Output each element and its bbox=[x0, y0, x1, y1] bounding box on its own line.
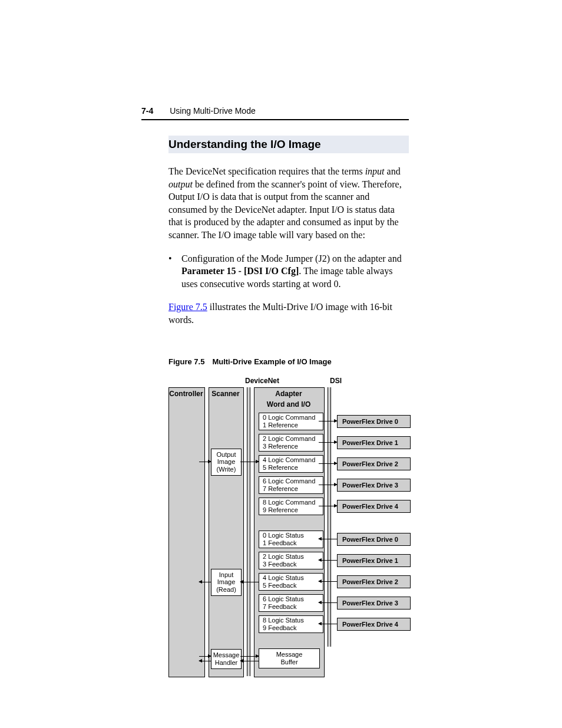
text: (Write) bbox=[217, 466, 236, 473]
arrow-in-ctrl bbox=[199, 582, 211, 582]
bullet-dot: • bbox=[168, 252, 181, 291]
drive-box: PowerFlex Drive 2 bbox=[337, 575, 411, 588]
arrow-to-drive bbox=[319, 506, 337, 506]
dsi-bus bbox=[328, 387, 331, 647]
adapter-out-row: 2 Logic Command 3 Reference bbox=[259, 434, 323, 452]
chapter-title: Using Multi-Drive Mode bbox=[170, 106, 255, 116]
output-image-box: Output Image (Write) bbox=[211, 449, 242, 476]
adapter-header: Adapter bbox=[254, 390, 323, 398]
paragraph-1: The DeviceNet specification requires tha… bbox=[168, 165, 409, 242]
text: 8 Logic Command bbox=[263, 499, 323, 506]
controller-column bbox=[168, 387, 205, 677]
text: Input bbox=[219, 571, 233, 579]
text: 5 Reference bbox=[263, 464, 323, 472]
text: 6 Logic Status bbox=[263, 595, 323, 603]
header-rule bbox=[141, 119, 409, 120]
text: Handler bbox=[215, 659, 238, 667]
text: Image bbox=[217, 578, 236, 586]
drive-box: PowerFlex Drive 4 bbox=[337, 618, 411, 631]
adapter-subheader: Word and I/O bbox=[254, 400, 323, 409]
label-dsi: DSI bbox=[330, 377, 342, 385]
input-image-box: Input Image (Read) bbox=[211, 569, 242, 596]
arrow-from-drive bbox=[319, 539, 337, 539]
drive-box: PowerFlex Drive 0 bbox=[337, 415, 411, 428]
term-input: input bbox=[365, 166, 385, 176]
running-header: 7-4 Using Multi-Drive Mode bbox=[141, 106, 409, 116]
arrow-msg-dnet-2 bbox=[240, 661, 259, 661]
message-handler-box: Message Handler bbox=[211, 649, 242, 669]
controller-header: Controller bbox=[168, 390, 204, 398]
arrow-from-drive bbox=[319, 581, 337, 582]
adapter-in-row: 8 Logic Status 9 Feedback bbox=[259, 615, 323, 633]
page-number: 7-4 bbox=[141, 106, 153, 116]
section-heading: Understanding the I/O Image bbox=[168, 136, 409, 153]
text: 0 Logic Command bbox=[263, 414, 323, 421]
arrow-from-drive bbox=[319, 560, 337, 561]
text: 7 Reference bbox=[263, 485, 323, 493]
arrow-to-drive bbox=[319, 485, 337, 485]
text: Message bbox=[276, 651, 303, 658]
arrow-msg-ctrl-1 bbox=[199, 656, 211, 657]
figure-link[interactable]: Figure 7.5 bbox=[168, 302, 207, 312]
text: 0 Logic Status bbox=[263, 532, 323, 539]
page: 7-4 Using Multi-Drive Mode Understanding… bbox=[0, 0, 562, 728]
message-buffer-box: Message Buffer bbox=[259, 648, 320, 668]
text: 8 Logic Status bbox=[263, 617, 323, 624]
text: 1 Feedback bbox=[263, 539, 323, 547]
text: Image bbox=[217, 458, 236, 466]
adapter-in-row: 2 Logic Status 3 Feedback bbox=[259, 552, 323, 569]
text: Configuration of the Mode Jumper (J2) on… bbox=[181, 253, 402, 263]
drive-box: PowerFlex Drive 0 bbox=[337, 533, 411, 546]
bullet-text: Configuration of the Mode Jumper (J2) on… bbox=[181, 252, 409, 291]
scanner-header: Scanner bbox=[209, 390, 243, 398]
text: Message bbox=[213, 651, 240, 659]
text: 3 Reference bbox=[263, 443, 323, 450]
text: and bbox=[385, 166, 401, 176]
text: 4 Logic Status bbox=[263, 574, 323, 582]
label-devicenet: DeviceNet bbox=[245, 377, 279, 385]
bullet-1: • Configuration of the Mode Jumper (J2) … bbox=[168, 252, 409, 291]
arrow-to-drive bbox=[319, 421, 337, 421]
text: (Read) bbox=[216, 586, 236, 594]
text: 3 Feedback bbox=[263, 561, 323, 568]
io-image-diagram: DeviceNet DSI Controller Scanner Adapter… bbox=[168, 377, 416, 678]
adapter-out-row: 8 Logic Command 9 Reference bbox=[259, 498, 323, 515]
text: 2 Logic Status bbox=[263, 553, 323, 561]
drive-box: PowerFlex Drive 2 bbox=[337, 457, 411, 470]
arrow-from-drive bbox=[319, 602, 337, 603]
arrow-from-drive bbox=[319, 624, 337, 624]
drive-box: PowerFlex Drive 3 bbox=[337, 479, 411, 492]
text: 2 Logic Command bbox=[263, 435, 323, 443]
scanner-column bbox=[209, 387, 244, 677]
text: 9 Feedback bbox=[263, 624, 323, 632]
content-area: Understanding the I/O Image The DeviceNe… bbox=[168, 136, 409, 678]
text: 6 Logic Command bbox=[263, 477, 323, 485]
adapter-in-row: 6 Logic Status 7 Feedback bbox=[259, 594, 323, 612]
text: be defined from the scanner's point of v… bbox=[168, 179, 402, 240]
text: Buffer bbox=[280, 658, 297, 666]
paragraph-2: Figure 7.5 illustrates the Multi-Drive I… bbox=[168, 301, 409, 326]
adapter-in-row: 4 Logic Status 5 Feedback bbox=[259, 573, 323, 591]
drive-box: PowerFlex Drive 3 bbox=[337, 597, 411, 610]
adapter-in-row: 0 Logic Status 1 Feedback bbox=[259, 531, 323, 548]
drive-box: PowerFlex Drive 1 bbox=[337, 436, 411, 449]
param-name: Parameter 15 - [DSI I/O Cfg] bbox=[181, 266, 299, 276]
arrow-out-ctrl bbox=[199, 462, 211, 462]
adapter-out-row: 4 Logic Command 5 Reference bbox=[259, 455, 323, 473]
text: The DeviceNet specification requires tha… bbox=[168, 166, 365, 176]
adapter-out-row: 6 Logic Command 7 Reference bbox=[259, 476, 323, 494]
arrow-msg-dnet-1 bbox=[240, 656, 259, 657]
text: 7 Feedback bbox=[263, 603, 323, 611]
arrow-to-drive bbox=[319, 442, 337, 443]
arrow-out-dnet bbox=[240, 462, 259, 462]
text: 1 Reference bbox=[263, 421, 323, 429]
arrow-msg-ctrl-2 bbox=[199, 661, 211, 661]
text: 9 Reference bbox=[263, 506, 323, 514]
adapter-out-row: 0 Logic Command 1 Reference bbox=[259, 413, 323, 430]
text: 4 Logic Command bbox=[263, 456, 323, 464]
drive-box: PowerFlex Drive 4 bbox=[337, 500, 411, 513]
text: Output bbox=[216, 451, 236, 459]
arrow-in-dnet bbox=[240, 582, 259, 582]
figure-caption: Figure 7.5 Multi-Drive Example of I/O Im… bbox=[168, 357, 409, 366]
drive-box: PowerFlex Drive 1 bbox=[337, 554, 411, 567]
